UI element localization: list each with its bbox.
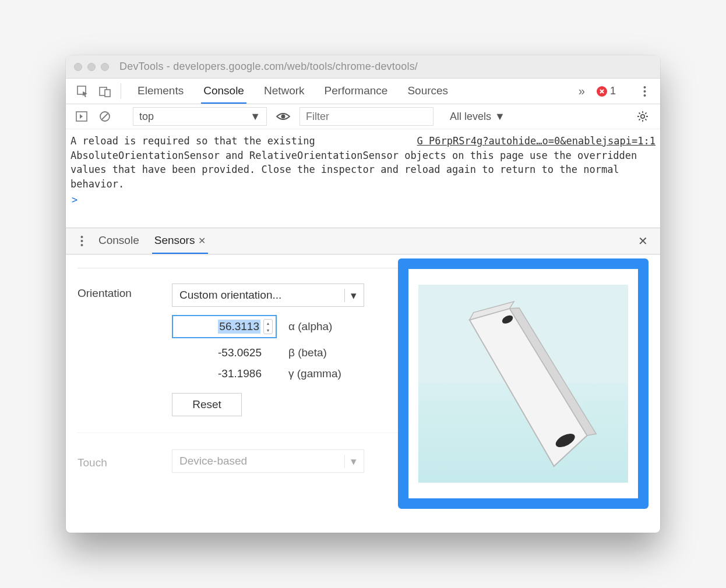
svg-point-3 <box>644 86 646 88</box>
tab-network[interactable]: Network <box>262 79 307 104</box>
inspect-element-icon[interactable] <box>73 79 93 104</box>
tab-sources[interactable]: Sources <box>405 79 450 104</box>
select-value: Device-based <box>179 455 247 467</box>
beta-value[interactable]: -53.0625 <box>172 346 277 359</box>
tab-label: Console <box>98 234 139 247</box>
chevron-down-icon: ▾ <box>344 455 357 468</box>
devtools-window: DevTools - developers.google.com/web/too… <box>66 55 660 533</box>
tabs-overflow-button[interactable]: » <box>576 84 587 98</box>
svg-line-18 <box>639 119 640 120</box>
tab-label: Performance <box>325 84 388 97</box>
svg-point-20 <box>80 240 83 242</box>
svg-point-5 <box>644 94 646 97</box>
log-levels-select[interactable]: All levels ▼ <box>450 111 505 123</box>
gamma-row: -31.1986 γ (gamma) <box>172 367 364 380</box>
svg-line-15 <box>639 113 640 114</box>
context-value: top <box>139 111 154 123</box>
execution-context-select[interactable]: top ▼ <box>133 107 267 126</box>
close-window-button[interactable] <box>74 63 82 71</box>
beta-label: β (beta) <box>288 346 327 359</box>
chevron-down-icon: ▾ <box>344 289 357 302</box>
window-traffic-lights <box>74 63 109 71</box>
svg-point-10 <box>641 115 644 118</box>
beta-row: -53.0625 β (beta) <box>172 346 364 359</box>
window-title: DevTools - developers.google.com/web/too… <box>119 61 418 73</box>
orientation-preset-select[interactable]: Custom orientation... ▾ <box>172 284 364 307</box>
reset-button[interactable]: Reset <box>172 393 242 416</box>
kebab-menu-icon[interactable] <box>639 86 651 97</box>
console-toolbar: top ▼ All levels ▼ <box>66 104 660 129</box>
drawer-tab-sensors[interactable]: Sensors ✕ <box>152 228 209 254</box>
drawer-header: Console Sensors ✕ ✕ <box>66 228 660 254</box>
divider <box>121 83 121 99</box>
error-count: 1 <box>610 85 616 97</box>
filter-input[interactable] <box>299 107 434 126</box>
device-toolbar-icon[interactable] <box>95 79 115 104</box>
error-count-badge[interactable]: 1 <box>593 85 619 97</box>
tab-label: Sensors <box>154 234 195 247</box>
clear-console-icon[interactable] <box>96 108 114 125</box>
tab-performance[interactable]: Performance <box>322 79 390 104</box>
orientation-preview[interactable] <box>418 285 628 483</box>
tab-label: Console <box>203 84 244 97</box>
svg-point-9 <box>281 115 286 119</box>
alpha-row: 56.3113 ▴▾ α (alpha) <box>172 315 364 338</box>
close-tab-icon[interactable]: ✕ <box>198 235 206 246</box>
minimize-window-button[interactable] <box>87 63 96 71</box>
levels-label: All levels <box>450 111 491 123</box>
alpha-value: 56.3113 <box>218 320 260 334</box>
gamma-label: γ (gamma) <box>288 367 341 380</box>
drawer-kebab-icon[interactable] <box>73 228 90 254</box>
orientation-label: Orientation <box>77 284 159 300</box>
drawer-tabs: Console Sensors ✕ <box>90 228 632 254</box>
svg-point-4 <box>644 90 646 93</box>
alpha-input[interactable]: 56.3113 ▴▾ <box>172 315 277 338</box>
error-icon <box>597 86 607 97</box>
main-toolbar: Elements Console Network Performance Sou… <box>66 79 660 104</box>
tab-label: Sources <box>407 84 448 97</box>
drawer-tab-console[interactable]: Console <box>96 228 142 254</box>
tab-label: Elements <box>138 84 184 97</box>
console-body: G P6rpRSr4g?autohide…o=0&enablejsapi=1:1… <box>66 129 660 228</box>
console-message: G P6rpRSr4g?autohide…o=0&enablejsapi=1:1… <box>71 134 655 192</box>
gamma-value[interactable]: -31.1986 <box>172 367 277 380</box>
chevron-down-icon: ▼ <box>495 111 505 123</box>
message-source-link[interactable]: G P6rpRSr4g?autohide…o=0&enablejsapi=1:1 <box>417 134 655 148</box>
live-expression-icon[interactable] <box>273 112 294 121</box>
tab-elements[interactable]: Elements <box>135 79 186 104</box>
sensors-panel: Orientation Custom orientation... ▾ 56.3… <box>66 254 660 533</box>
zoom-window-button[interactable] <box>101 63 109 71</box>
console-settings-icon[interactable] <box>632 111 653 122</box>
svg-line-16 <box>645 119 646 120</box>
svg-line-8 <box>102 114 108 119</box>
svg-line-17 <box>645 113 646 114</box>
console-sidebar-toggle-icon[interactable] <box>73 108 90 125</box>
tab-console[interactable]: Console <box>201 79 246 104</box>
orientation-preview-highlight <box>398 258 649 509</box>
svg-point-19 <box>80 236 83 238</box>
console-prompt[interactable]: > <box>71 192 655 206</box>
select-value: Custom orientation... <box>179 289 281 302</box>
tab-label: Network <box>264 84 305 97</box>
main-toolbar-right: » 1 <box>576 79 653 104</box>
window-titlebar: DevTools - developers.google.com/web/too… <box>66 55 660 79</box>
touch-preset-select[interactable]: Device-based ▾ <box>172 449 364 473</box>
chevron-down-icon: ▼ <box>250 111 260 123</box>
alpha-label: α (alpha) <box>288 320 332 333</box>
svg-point-21 <box>80 244 83 246</box>
main-tabs: Elements Console Network Performance Sou… <box>127 79 574 104</box>
phone-model-icon[interactable] <box>447 291 599 477</box>
touch-label: Touch <box>77 453 159 469</box>
stepper-icon[interactable]: ▴▾ <box>263 319 273 334</box>
drawer-close-icon[interactable]: ✕ <box>632 228 653 254</box>
svg-rect-2 <box>105 90 110 97</box>
